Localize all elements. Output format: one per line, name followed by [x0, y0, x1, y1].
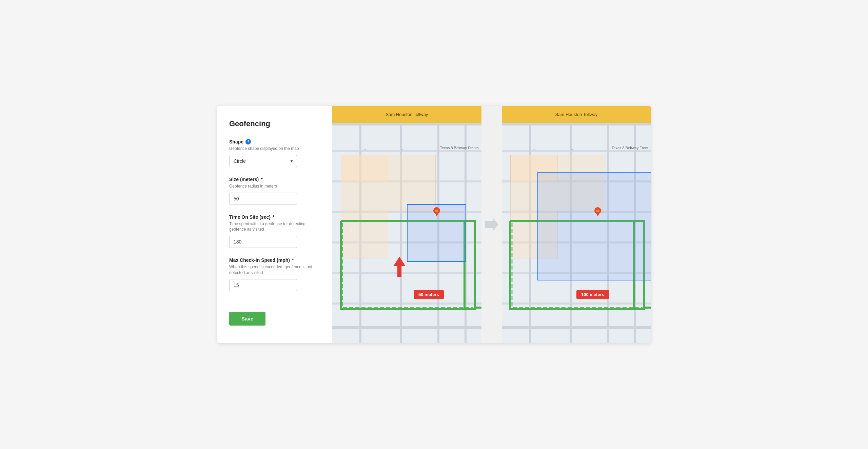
time-on-site-desc: Time spent within a geofence for detecti…: [229, 221, 320, 233]
shape-section: Shape ? Geofence shape displayed on the …: [229, 139, 320, 167]
map1-location-pin: [433, 207, 440, 216]
map2-bg: Sam Houston Tollway Texas 8 Beltway Fron…: [502, 106, 651, 343]
map1-bg: Sam Houston Tollway Texas 8 Beltway Fron…: [332, 106, 481, 343]
map1: Sam Houston Tollway Texas 8 Beltway Fron…: [332, 106, 481, 343]
svg-marker-3: [435, 212, 439, 216]
time-on-site-input[interactable]: [229, 236, 297, 248]
svg-marker-5: [393, 257, 406, 277]
map2-meter-label: 100 meters: [576, 290, 609, 299]
page-title: Geofencing: [229, 119, 320, 128]
pin-icon-2: [594, 207, 601, 216]
shape-select[interactable]: Circle Rectangle Polygon: [229, 155, 297, 167]
svg-text:→: →: [349, 303, 353, 307]
svg-rect-4: [435, 210, 438, 212]
red-arrow-container: [393, 257, 406, 277]
shape-label: Shape ?: [229, 139, 320, 144]
size-section: Size (meters) * Geofence radius in meter…: [229, 177, 320, 205]
arrow-divider-1: [481, 218, 502, 231]
left-panel: Geofencing Shape ? Geofence shape displa…: [217, 106, 332, 339]
page-wrapper: Geofencing Shape ? Geofence shape displa…: [217, 106, 651, 343]
shape-help-icon[interactable]: ?: [245, 139, 251, 144]
size-label: Size (meters) *: [229, 177, 320, 182]
time-on-site-label: Time On Site (sec) *: [229, 214, 320, 220]
red-up-arrow: [393, 257, 406, 277]
shape-select-wrapper: Circle Rectangle Polygon ▼: [229, 155, 297, 167]
map1-meter-label: 50 meters: [414, 290, 444, 299]
shape-desc: Geofence shape displayed on the map: [229, 146, 320, 152]
save-button[interactable]: Save: [229, 312, 265, 326]
right-arrow-icon: [485, 218, 498, 231]
svg-rect-9: [596, 210, 599, 212]
map2-geofence-box: [537, 172, 651, 280]
max-speed-desc: When this speed is exceeded, geofence is…: [229, 264, 320, 276]
time-on-site-section: Time On Site (sec) * Time spent within a…: [229, 214, 320, 248]
size-input[interactable]: [229, 193, 297, 205]
map2: Sam Houston Tollway Texas 8 Beltway Fron…: [502, 106, 651, 343]
max-speed-section: Max Check-in Speed (mph) * When this spe…: [229, 257, 320, 291]
svg-text:→: →: [349, 228, 353, 232]
map2-location-pin: [594, 207, 601, 216]
maps-area: Sam Houston Tollway Texas 8 Beltway Fron…: [332, 106, 651, 343]
svg-marker-6: [485, 218, 498, 231]
max-speed-input[interactable]: [229, 279, 297, 291]
pin-icon: [433, 207, 440, 216]
size-desc: Geofence radius in meters: [229, 183, 320, 189]
max-speed-label: Max Check-in Speed (mph) *: [229, 257, 320, 263]
svg-marker-8: [596, 212, 600, 216]
